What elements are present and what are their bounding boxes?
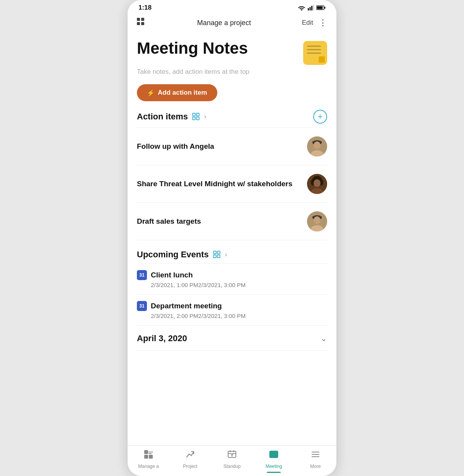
svg-rect-8 [141, 18, 144, 21]
date-label: April 3, 2020 [137, 333, 187, 343]
svg-rect-7 [137, 18, 140, 21]
svg-rect-35 [144, 455, 148, 459]
action-item-text: Follow up with Angela [137, 141, 307, 151]
manage-icon [143, 449, 154, 462]
more-options-icon[interactable]: ⋮ [319, 18, 328, 28]
svg-rect-42 [233, 450, 234, 452]
event-time: 2/3/2021, 1:00 PM2/3/2021, 3:00 PM [137, 282, 327, 288]
top-bar-actions: Edit ⋮ [302, 18, 328, 28]
event-item[interactable]: 31 Department meeting 2/3/2021, 2:00 PM2… [137, 295, 327, 326]
phone-frame: 1:18 [128, 0, 336, 476]
nav-label-manage: Manage a [138, 464, 159, 469]
nav-item-manage[interactable]: Manage a [128, 449, 169, 469]
edit-button[interactable]: Edit [302, 19, 313, 27]
calendar-icon: 31 [137, 270, 147, 280]
svg-rect-5 [324, 7, 326, 9]
nav-label-more: More [310, 464, 321, 469]
signal-icon [308, 5, 314, 10]
svg-rect-48 [274, 454, 275, 455]
calendar-icon: 31 [137, 301, 147, 311]
standup-icon [227, 449, 237, 462]
avatar [307, 174, 327, 194]
nav-item-standup[interactable]: Standup [211, 449, 253, 469]
upcoming-events-title: Upcoming Events [137, 250, 209, 260]
event-item[interactable]: 31 Client lunch 2/3/2021, 1:00 PM2/3/202… [137, 264, 327, 295]
date-chevron-down: ⌄ [320, 333, 327, 343]
nav-label-meeting: Meeting [266, 464, 282, 469]
status-icons [298, 5, 326, 10]
svg-point-29 [314, 216, 321, 224]
nav-active-indicator [267, 472, 281, 473]
event-time: 2/3/2021, 2:00 PM2/3/2021, 3:00 PM [137, 313, 327, 319]
svg-rect-14 [196, 117, 199, 120]
project-icon [185, 449, 195, 462]
add-action-item-button[interactable]: ⚡ Add action item [137, 84, 217, 101]
nav-item-project[interactable]: Project [169, 449, 211, 469]
more-icon [310, 449, 321, 462]
svg-rect-9 [137, 22, 140, 25]
svg-rect-31 [213, 251, 216, 254]
svg-rect-40 [228, 451, 236, 457]
svg-rect-49 [271, 455, 276, 456]
wifi-icon [298, 5, 305, 10]
event-title-row: 31 Department meeting [137, 301, 327, 311]
status-time: 1:18 [138, 4, 152, 12]
upcoming-events-section: Upcoming Events › 31 Clie [137, 243, 327, 326]
action-item[interactable]: Share Threat Level Midnight w/ stakehold… [137, 165, 327, 203]
meeting-icon [269, 449, 279, 462]
svg-rect-33 [213, 255, 216, 258]
action-items-section-header: Action items › + [137, 110, 327, 128]
status-bar: 1:18 [128, 0, 336, 14]
avatar [307, 136, 327, 156]
svg-rect-3 [313, 5, 314, 10]
upcoming-events-grid-icon[interactable] [213, 250, 221, 259]
svg-rect-34 [217, 255, 220, 258]
page-title: Meeting Notes [137, 39, 248, 57]
add-action-circle-button[interactable]: + [313, 110, 327, 124]
svg-rect-37 [149, 455, 153, 459]
notes-icon [303, 41, 327, 65]
action-items-chevron[interactable]: › [204, 113, 206, 120]
svg-rect-10 [141, 22, 144, 25]
action-items-list: Follow up with Angela Share [137, 128, 327, 240]
svg-rect-1 [310, 7, 311, 10]
action-item[interactable]: Draft sales targets [137, 203, 327, 240]
avatar [307, 211, 327, 231]
svg-rect-13 [193, 117, 195, 120]
action-items-grid-icon[interactable] [192, 112, 200, 121]
upcoming-events-header: Upcoming Events › [137, 243, 327, 264]
main-content: Meeting Notes Take notes, add action ite… [128, 32, 336, 445]
event-title-row: 31 Client lunch [137, 270, 327, 280]
event-title: Client lunch [151, 271, 193, 279]
page-header: Meeting Notes [137, 39, 327, 65]
svg-rect-46 [271, 452, 273, 454]
action-items-title-row: Action items › [137, 112, 206, 122]
svg-rect-11 [193, 113, 195, 116]
action-item[interactable]: Follow up with Angela [137, 128, 327, 165]
upcoming-events-chevron[interactable]: › [225, 251, 227, 258]
bolt-icon: ⚡ [147, 89, 155, 97]
grid-menu-icon[interactable] [136, 17, 146, 29]
svg-point-24 [314, 179, 321, 187]
svg-rect-50 [271, 457, 275, 457]
svg-rect-32 [217, 251, 220, 254]
action-item-text: Share Threat Level Midnight w/ stakehold… [137, 179, 307, 189]
nav-item-meeting[interactable]: Meeting [253, 449, 295, 469]
svg-rect-6 [317, 7, 323, 9]
nav-item-more[interactable]: More [295, 449, 336, 469]
svg-rect-2 [311, 6, 312, 10]
svg-point-44 [232, 456, 233, 457]
svg-rect-47 [274, 452, 276, 453]
svg-point-18 [314, 141, 321, 149]
page-subtitle: Take notes, add action items at the top [137, 68, 327, 76]
event-title: Department meeting [151, 302, 222, 310]
svg-rect-41 [230, 450, 231, 452]
top-bar: Manage a project Edit ⋮ [128, 14, 336, 32]
nav-label-project: Project [183, 464, 197, 469]
bottom-nav: Manage a Project [128, 445, 336, 476]
page-header-title: Manage a project [197, 19, 251, 27]
nav-label-standup: Standup [223, 464, 241, 469]
svg-rect-12 [196, 113, 199, 116]
action-items-title: Action items [137, 112, 188, 122]
date-section[interactable]: April 3, 2020 ⌄ [137, 326, 327, 351]
